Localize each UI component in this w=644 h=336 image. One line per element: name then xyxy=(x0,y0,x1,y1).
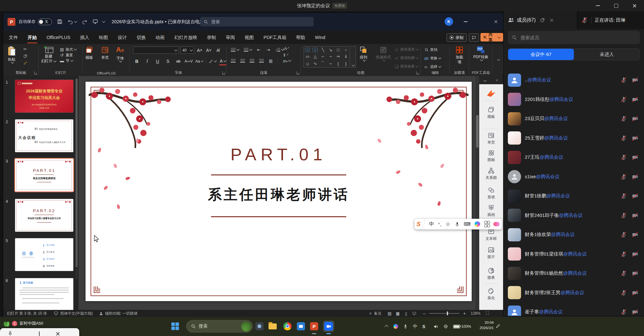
sidebar-item-chart[interactable]: 图表 xyxy=(479,267,503,280)
member-row[interactable]: 财务管理01梁佳琪@腾讯会议 xyxy=(503,245,644,264)
sidebar-collapse-icon[interactable] xyxy=(483,79,486,82)
pin-icon[interactable] xyxy=(8,331,13,336)
strikethrough-button[interactable]: ab xyxy=(175,58,182,65)
autosave-toggle[interactable]: 关 xyxy=(38,19,52,25)
mic-muted-icon[interactable] xyxy=(620,77,627,83)
shrink-font-icon[interactable]: A˅ xyxy=(205,47,213,54)
notes-button[interactable]: 备注 xyxy=(374,311,381,316)
slide-part-title[interactable]: PART.01 xyxy=(86,145,472,164)
undo-dropdown-icon[interactable] xyxy=(74,20,77,23)
scrollbar-thumb[interactable] xyxy=(476,115,479,148)
mic-muted-icon[interactable] xyxy=(620,96,627,103)
slide-thumbnail-6[interactable]: 1实习目标 xyxy=(15,278,73,310)
taskbar-app-powerpoint[interactable]: P xyxy=(308,321,320,332)
triangle-icon[interactable]: △ xyxy=(314,54,317,59)
close-panel-icon[interactable] xyxy=(549,18,554,23)
tab-animations[interactable]: 动画 xyxy=(155,33,165,42)
slide-thumbnail-2[interactable]: 大会议程 01系主任田琳老师讲话 02毕业实习负责人讲解实习工作 xyxy=(15,119,73,152)
search-input[interactable] xyxy=(211,19,303,25)
justify-icon[interactable] xyxy=(259,58,264,63)
italic-button[interactable]: I xyxy=(143,58,151,65)
ime-voice-icon[interactable] xyxy=(455,222,460,227)
mic-muted-icon[interactable] xyxy=(581,17,588,24)
camera-off-icon[interactable] xyxy=(631,231,639,238)
slide-thumbnail-1[interactable]: 2026届财务管理专业 毕业实习动员大会 会计与金融学院 财务管理专业 2026… xyxy=(15,80,73,113)
elbow-icon[interactable]: ⌐ xyxy=(322,54,324,59)
tab-insert[interactable]: 插入 xyxy=(80,33,90,42)
tray-color-icon[interactable] xyxy=(393,324,398,329)
ime-emoji-icon[interactable]: ☺ xyxy=(445,221,450,227)
comments-button[interactable] xyxy=(469,33,479,42)
scribble-icon[interactable]: ∿ xyxy=(314,61,317,66)
ime-chinese-mode-icon[interactable]: 中 xyxy=(429,221,434,228)
ime-punctuation-icon[interactable]: °, xyxy=(438,222,441,227)
ppt-restore-button[interactable] xyxy=(474,13,488,31)
taskbar-app-blue[interactable] xyxy=(295,321,307,332)
left-brace-icon[interactable]: { xyxy=(337,61,339,66)
camera-off-icon[interactable] xyxy=(631,251,639,257)
sidebar-item-textbox[interactable]: 文本框 xyxy=(479,228,503,241)
tab-file[interactable]: 文件 xyxy=(8,33,19,42)
font-name-combo[interactable] xyxy=(133,47,179,54)
right-arrow-icon[interactable]: ⇒ xyxy=(336,54,340,59)
reading-view-icon[interactable]: ▯ xyxy=(403,311,408,316)
member-row[interactable]: 财务管理2班王男@腾讯会议 xyxy=(503,283,644,303)
document-title[interactable]: 2026毕业实习动员会.pptx • 已保存到这台电脑 xyxy=(112,19,204,25)
slide-thumbnail-panel[interactable]: 1 2026届财务管理专业 毕业实习动员大会 会计与金融学院 财务管理专业 20… xyxy=(3,76,79,310)
increase-indent-icon[interactable]: ⇥ xyxy=(266,47,271,52)
new-slide-button[interactable]: 新建 幻灯片 xyxy=(41,46,56,63)
align-center-icon[interactable] xyxy=(240,58,245,63)
member-search-box[interactable] xyxy=(508,31,640,44)
freeform-icon[interactable]: ◇ xyxy=(306,61,309,66)
share-button[interactable]: ⇱共享 xyxy=(480,33,503,41)
pdf-convert-button[interactable]: PDF PDF转换 xyxy=(471,46,491,61)
copy-icon[interactable] xyxy=(23,53,28,58)
stock-notification[interactable]: 1 富时中国A50 xyxy=(4,320,43,327)
member-list[interactable]: ..@腾讯会议 2201韩佳彤@腾讯会议 23豆贝贝@腾讯会议 25王雪婷@腾讯… xyxy=(503,64,644,322)
ime-color-tool-icon[interactable] xyxy=(475,221,480,227)
member-row[interactable]: s1ixe@腾讯会议 xyxy=(503,167,644,187)
shape-fill-button[interactable]: ◇形状填充 xyxy=(394,47,418,52)
hidden-icons-button[interactable] xyxy=(386,325,388,328)
textbox-v-icon[interactable]: A xyxy=(313,48,318,52)
taskbar-app-meeting[interactable] xyxy=(323,321,334,332)
zoom-out-icon[interactable]: – xyxy=(422,311,427,316)
sidebar-item-image[interactable]: 图片 xyxy=(479,246,503,260)
tab-transitions[interactable]: 切换 xyxy=(136,33,147,42)
grow-font-icon[interactable]: A˄ xyxy=(196,47,203,54)
tab-slideshow[interactable]: 幻灯片放映 xyxy=(174,33,198,42)
ime-skin-icon[interactable] xyxy=(493,222,500,226)
meeting-titlebar[interactable]: 张坤预定的会议 免费版 xyxy=(0,0,644,11)
taskbar-clock[interactable]: 20:04 2026/3/1 xyxy=(472,320,494,330)
ime-toolbar[interactable]: S 中 °, ☺ ⌨ xyxy=(414,219,502,229)
clipboard-dialog-launcher-icon[interactable] xyxy=(34,71,37,74)
popout-panel-icon[interactable] xyxy=(540,18,545,23)
align-right-icon[interactable] xyxy=(249,58,254,63)
mic-muted-icon[interactable] xyxy=(620,270,627,277)
tray-ime-mode[interactable]: 中 xyxy=(413,324,417,329)
clear-format-icon[interactable]: A̸ xyxy=(214,47,222,54)
mic-muted-icon[interactable] xyxy=(620,231,627,238)
highlight-color-button[interactable] xyxy=(209,58,216,65)
sidebar-item-beautify[interactable]: 美化 xyxy=(479,288,503,301)
taskbar-app-explorer[interactable] xyxy=(267,321,278,332)
bullets-icon[interactable] xyxy=(230,47,236,52)
shadow-button[interactable]: S xyxy=(164,58,172,65)
camera-off-icon[interactable] xyxy=(631,174,639,180)
zoom-slider-thumb[interactable] xyxy=(447,311,448,315)
tab-view[interactable]: 视图 xyxy=(244,33,254,42)
tray-volume-icon[interactable] xyxy=(433,324,438,329)
paragraph-dialog-launcher-icon[interactable] xyxy=(297,71,300,74)
paste-button[interactable]: 粘贴 xyxy=(7,46,16,63)
shapes-gallery-more[interactable] xyxy=(351,46,356,68)
zoom-in-icon[interactable]: + xyxy=(462,311,467,316)
drawing-dialog-launcher-icon[interactable] xyxy=(416,71,419,74)
slide-thumbnail-3-selected[interactable]: PART.01 系主任田琳老师讲话 xyxy=(15,159,73,191)
slide-sorter-view-icon[interactable]: ▦ xyxy=(395,311,400,316)
tray-mic-icon[interactable] xyxy=(403,324,408,329)
text-direction-icon[interactable]: ↓A xyxy=(283,46,288,51)
sidebar-item-illustration[interactable]: 插画 xyxy=(479,204,503,218)
ribbon-collapse[interactable] xyxy=(492,44,503,76)
arc-icon[interactable]: ⌒ xyxy=(321,61,325,66)
tab-design[interactable]: 设计 xyxy=(117,33,128,42)
